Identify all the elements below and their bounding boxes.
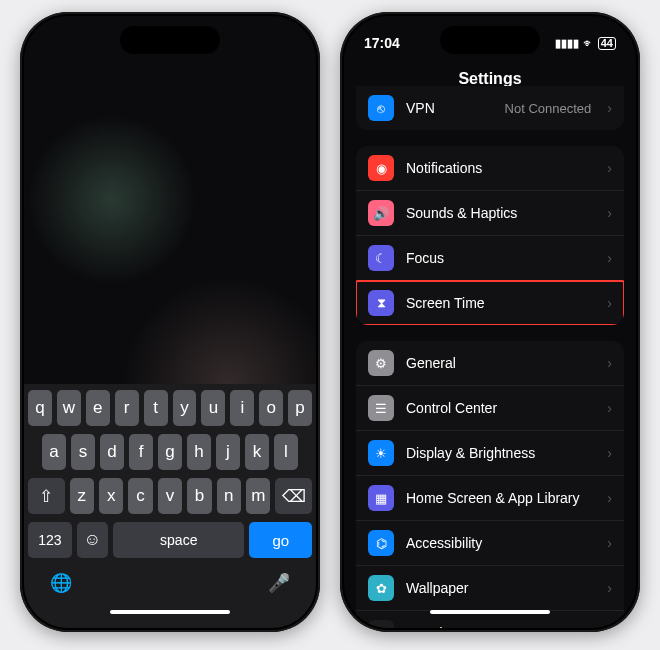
status-time: 17:04 [364,35,400,51]
key-j[interactable]: j [216,434,240,470]
key-o[interactable]: o [259,390,283,426]
key-c[interactable]: c [128,478,152,514]
chevron-right-icon: › [607,580,612,596]
settings-detail: Not Connected [505,101,592,116]
settings-focus-icon: ☾ [368,245,394,271]
battery-icon: 44 [598,37,616,50]
iphone-left: 17:04 ➤ ▮▮▮▮ ᯤ 44 🔍 Setti ✕ Cancel ⚙ Set… [20,12,320,632]
signal-icon: ▮▮▮▮ [555,37,579,50]
key-g[interactable]: g [158,434,182,470]
chevron-right-icon: › [607,445,612,461]
settings-sounds-haptics-icon: 🔊 [368,200,394,226]
settings-wallpaper-icon: ✿ [368,575,394,601]
key-l[interactable]: l [274,434,298,470]
key-b[interactable]: b [187,478,211,514]
key-r[interactable]: r [115,390,139,426]
settings-accessibility-icon: ⌬ [368,530,394,556]
chevron-right-icon: › [607,625,612,628]
settings-label: Screen Time [406,295,595,311]
key-k[interactable]: k [245,434,269,470]
chevron-right-icon: › [607,355,612,371]
key-shift[interactable]: ⇧ [28,478,65,514]
settings-standby-icon: ◐ [368,620,394,628]
key-y[interactable]: y [173,390,197,426]
chevron-right-icon: › [607,100,612,116]
settings-general-icon: ⚙ [368,350,394,376]
settings-row-general[interactable]: ⚙ General › [356,341,624,386]
chevron-right-icon: › [607,490,612,506]
key-q[interactable]: q [28,390,52,426]
chevron-right-icon: › [607,535,612,551]
settings-row-display-brightness[interactable]: ☀ Display & Brightness › [356,431,624,476]
dynamic-island [440,26,540,54]
key-n[interactable]: n [217,478,241,514]
settings-row-screen-time[interactable]: ⧗ Screen Time › [356,281,624,325]
settings-row-control-center[interactable]: ☰ Control Center › [356,386,624,431]
home-indicator[interactable] [430,610,550,614]
settings-label: Notifications [406,160,595,176]
key-emoji[interactable]: ☺ [77,522,108,558]
settings-display-brightness-icon: ☀ [368,440,394,466]
key-backspace[interactable]: ⌫ [275,478,312,514]
key-p[interactable]: p [288,390,312,426]
keyboard: qwertyuiop asdfghjkl ⇧zxcvbnm⌫ 123 ☺ spa… [24,384,316,628]
globe-icon[interactable]: 🌐 [50,572,72,594]
settings-label: General [406,355,595,371]
key-i[interactable]: i [230,390,254,426]
key-a[interactable]: a [42,434,66,470]
settings-label: VPN [406,100,493,116]
settings-label: Control Center [406,400,595,416]
settings-label: Focus [406,250,595,266]
key-u[interactable]: u [201,390,225,426]
key-z[interactable]: z [70,478,94,514]
chevron-right-icon: › [607,400,612,416]
settings-row-home-screen-app-library[interactable]: ▦ Home Screen & App Library › [356,476,624,521]
key-w[interactable]: w [57,390,81,426]
settings-notifications-icon: ◉ [368,155,394,181]
settings-row-focus[interactable]: ☾ Focus › [356,236,624,281]
wifi-icon: ᯤ [583,37,594,49]
settings-row-accessibility[interactable]: ⌬ Accessibility › [356,521,624,566]
settings-label: Accessibility [406,535,595,551]
key-t[interactable]: t [144,390,168,426]
key-d[interactable]: d [100,434,124,470]
settings-vpn-icon: ⎋ [368,95,394,121]
settings-label: StandBy [406,625,595,628]
key-123[interactable]: 123 [28,522,72,558]
settings-screen-time-icon: ⧗ [368,290,394,316]
settings-label: Wallpaper [406,580,595,596]
dynamic-island [120,26,220,54]
key-h[interactable]: h [187,434,211,470]
key-space[interactable]: space [113,522,244,558]
key-f[interactable]: f [129,434,153,470]
iphone-right: 17:04 ▮▮▮▮ ᯤ 44 Settings ⎋ VPN Not Conne… [340,12,640,632]
chevron-right-icon: › [607,160,612,176]
chevron-right-icon: › [607,205,612,221]
settings-control-center-icon: ☰ [368,395,394,421]
settings-row-sounds-haptics[interactable]: 🔊 Sounds & Haptics › [356,191,624,236]
chevron-right-icon: › [607,295,612,311]
settings-row-vpn[interactable]: ⎋ VPN Not Connected › [356,86,624,130]
key-e[interactable]: e [86,390,110,426]
key-v[interactable]: v [158,478,182,514]
chevron-right-icon: › [607,250,612,266]
settings-home-screen-app-library-icon: ▦ [368,485,394,511]
settings-label: Home Screen & App Library [406,490,595,506]
key-x[interactable]: x [99,478,123,514]
key-go[interactable]: go [249,522,312,558]
home-indicator[interactable] [110,610,230,614]
settings-row-wallpaper[interactable]: ✿ Wallpaper › [356,566,624,611]
key-s[interactable]: s [71,434,95,470]
settings-row-notifications[interactable]: ◉ Notifications › [356,146,624,191]
settings-label: Sounds & Haptics [406,205,595,221]
key-m[interactable]: m [246,478,270,514]
settings-label: Display & Brightness [406,445,595,461]
mic-icon[interactable]: 🎤 [268,572,290,594]
